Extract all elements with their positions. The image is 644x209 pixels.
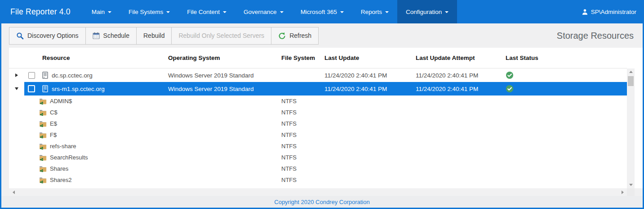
os-cell: Windows Server 2019 Standard — [167, 82, 280, 95]
share-filesystem-cell: NTFS — [280, 95, 323, 107]
share-row[interactable]: C$ NTFS — [9, 107, 627, 118]
nav-item-label: Microsoft 365 — [301, 9, 337, 15]
rebuild-button[interactable]: Rebuild — [137, 27, 172, 44]
scroll-left-button[interactable] — [10, 188, 17, 196]
share-filesystem-cell: NTFS — [280, 129, 323, 141]
nav-item-file-content[interactable]: File Content — [178, 0, 235, 23]
button-label: Refresh — [289, 32, 311, 39]
button-label: Rebuild — [143, 32, 164, 39]
share-name: Shares2 — [50, 177, 71, 183]
last-update-attempt-cell: 11/24/2020 2:40:41 PM — [415, 68, 505, 82]
arrow-up-icon — [629, 71, 633, 73]
share-filesystem-cell: NTFS — [280, 152, 323, 163]
share-name: E$ — [50, 120, 57, 127]
row-checkbox[interactable] — [28, 85, 35, 92]
button-label: Schedule — [103, 32, 129, 39]
share-name: C$ — [50, 109, 58, 116]
os-cell: Windows Server 2019 Standard — [167, 68, 280, 82]
column-header-operating-system[interactable]: Operating System — [167, 48, 280, 68]
vertical-scrollbar[interactable] — [627, 68, 635, 188]
shared-folder-icon — [39, 132, 47, 138]
table-body: dc.sp.cctec.org Windows Server 2019 Stan… — [9, 68, 643, 186]
shared-folder-icon — [39, 98, 47, 104]
vertical-scrollbar-thumb[interactable] — [628, 76, 634, 86]
chevron-down-icon — [223, 11, 227, 13]
calendar-icon — [93, 32, 100, 39]
user-name: SP\Administrator — [591, 9, 636, 15]
nav-item-label: Governance — [244, 9, 277, 15]
shared-folder-icon — [39, 109, 47, 116]
discovery-options-button[interactable]: Discovery Options — [9, 27, 86, 44]
nav-item-label: Main — [92, 9, 105, 15]
nav-item-file-systems[interactable]: File Systems — [120, 0, 178, 23]
share-row[interactable]: ADMIN$ NTFS — [9, 95, 627, 107]
horizontal-scrollbar[interactable] — [9, 188, 627, 196]
share-filesystem-cell: NTFS — [280, 107, 323, 118]
user-menu[interactable]: SP\Administrator — [582, 0, 644, 23]
chevron-down-icon — [108, 11, 111, 13]
refresh-button[interactable]: Refresh — [271, 27, 318, 44]
chevron-down-icon — [385, 11, 389, 13]
server-icon — [42, 72, 48, 79]
arrow-down-icon — [629, 184, 633, 186]
nav-item-main[interactable]: Main — [83, 0, 120, 23]
arrow-left-icon — [13, 191, 15, 194]
nav-item-reports[interactable]: Reports — [352, 0, 397, 23]
column-header-last-update[interactable]: Last Update — [323, 48, 415, 68]
main-menu: Main File Systems File Content Governanc… — [83, 0, 457, 23]
nav-item-configuration[interactable]: Configuration — [397, 0, 457, 23]
header-spacer — [24, 48, 39, 68]
share-row[interactable]: SearchResults NTFS — [9, 152, 627, 163]
resource-name: dc.sp.cctec.org — [52, 72, 93, 79]
button-label: Discovery Options — [27, 32, 79, 39]
share-name: ADMIN$ — [50, 98, 72, 104]
toolbar: Discovery Options Schedule Rebuild Rebui… — [1, 23, 643, 48]
nav-item-governance[interactable]: Governance — [235, 0, 292, 23]
shared-folder-icon — [39, 166, 47, 172]
share-row[interactable]: refs-share NTFS — [9, 141, 627, 152]
chevron-down-icon — [340, 11, 344, 13]
share-name: Shares — [50, 165, 68, 172]
share-row[interactable]: E$ NTFS — [9, 118, 627, 129]
share-name: F$ — [50, 132, 57, 138]
scroll-down-button[interactable] — [627, 182, 635, 188]
nav-item-label: File Content — [187, 9, 220, 15]
app-window: File Reporter 4.0 Main File Systems File… — [0, 0, 644, 209]
filesystem-cell — [280, 68, 323, 82]
column-header-last-status[interactable]: Last Status — [505, 48, 627, 68]
scroll-right-button[interactable] — [619, 188, 626, 196]
table-row[interactable]: srs-m1.sp.cctec.org Windows Server 2019 … — [9, 82, 627, 95]
share-name: SearchResults — [50, 154, 88, 161]
shared-folder-icon — [39, 121, 47, 127]
table-header: Resource Operating System File System La… — [9, 48, 627, 68]
column-header-file-system[interactable]: File System — [280, 48, 323, 68]
nav-item-label: Reports — [361, 9, 382, 15]
schedule-button[interactable]: Schedule — [86, 27, 137, 44]
chevron-down-icon — [280, 11, 284, 13]
table-row[interactable]: dc.sp.cctec.org Windows Server 2019 Stan… — [9, 68, 627, 82]
shared-folder-icon — [39, 143, 47, 150]
refresh-icon — [278, 32, 286, 40]
header-spacer — [9, 48, 24, 68]
user-icon — [582, 9, 588, 15]
rebuild-only-selected-servers-button: Rebuild Only Selected Servers — [172, 27, 271, 44]
app-title: File Reporter 4.0 — [0, 7, 83, 17]
scrollbar-corner — [627, 188, 635, 196]
column-header-last-update-attempt[interactable]: Last Update Attempt — [415, 48, 505, 68]
storage-resources-table: Resource Operating System File System La… — [9, 48, 643, 188]
search-icon — [16, 32, 24, 40]
share-filesystem-cell: NTFS — [280, 118, 323, 129]
navbar: File Reporter 4.0 Main File Systems File… — [0, 0, 644, 23]
expander-icon[interactable] — [15, 87, 18, 90]
nav-item-microsoft-365[interactable]: Microsoft 365 — [292, 0, 352, 23]
last-update-attempt-cell: 11/24/2020 2:40:41 PM — [415, 82, 505, 95]
row-checkbox[interactable] — [28, 72, 35, 79]
share-row[interactable]: F$ NTFS — [9, 129, 627, 141]
scroll-up-button[interactable] — [627, 68, 635, 75]
expander-icon[interactable] — [15, 73, 18, 77]
footer: Copyright 2020 Condrey Corporation — [1, 196, 643, 208]
column-header-resource[interactable]: Resource — [39, 48, 167, 68]
chevron-down-icon — [166, 11, 170, 13]
share-row[interactable]: Shares2 NTFS — [9, 174, 627, 186]
share-row[interactable]: Shares NTFS — [9, 163, 627, 174]
